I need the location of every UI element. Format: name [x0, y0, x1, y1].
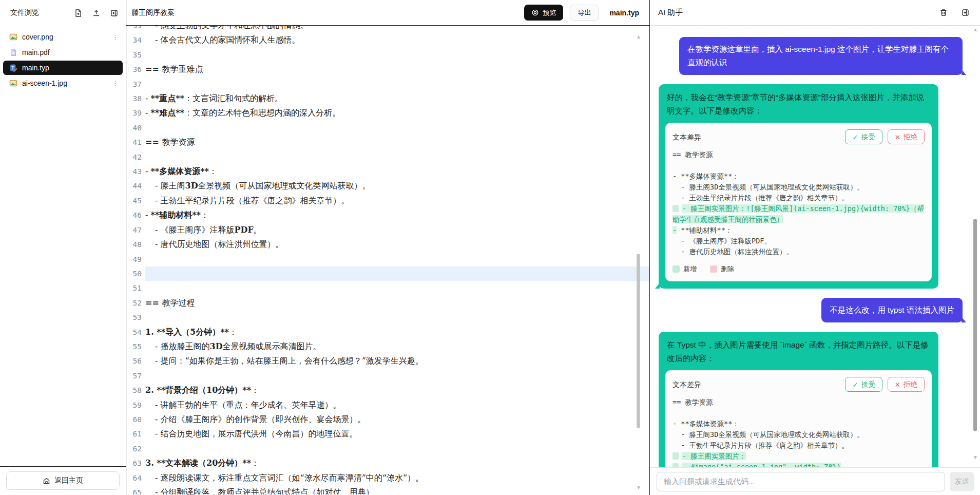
collapse-panel-icon[interactable] — [961, 8, 970, 17]
line-number: 36 — [126, 62, 142, 77]
editor-line-62[interactable]: 62 — [126, 442, 649, 456]
editor-line-38[interactable]: 38- **重点**：文言词汇和句式的解析。 — [126, 91, 649, 106]
line-number: 64 — [126, 471, 142, 485]
editor-scroll-down-icon[interactable]: ▼ — [636, 485, 641, 490]
file-row-ai-sceen-1.jpg[interactable]: ai-sceen-1.jpg⋮ — [3, 76, 123, 90]
active-file-tab[interactable]: main.typ — [605, 9, 643, 17]
added-swatch — [672, 265, 680, 273]
assistant-intro-text: 好的，我会在“教学资源”章节的“多媒体资源”部分插入这张图片，并添加说明文字。以… — [659, 91, 938, 123]
diff-body: == 教学资源 - **多媒体资源**： - 滕王阁3D全景视频（可从国家地理或… — [672, 149, 925, 274]
sidebar-footer: 返回主页 — [0, 466, 126, 495]
code-editor[interactable]: 33- 感受王勃的文字才华和壮志不酬的情感。34- 体会古代文人的家国情怀和人生… — [126, 26, 649, 494]
line-content: - **多媒体资源**： — [145, 164, 649, 179]
editor-line-49[interactable]: 49 — [126, 252, 649, 266]
collapse-sidebar-icon[interactable] — [110, 9, 119, 17]
file-menu-icon[interactable]: ⋮ — [112, 34, 119, 41]
editor-scroll-up-icon[interactable]: ▲ — [636, 34, 641, 40]
editor-line-61[interactable]: 61- 结合历史地图，展示唐代洪州（今南昌）的地理位置。 — [126, 427, 649, 441]
editor-line-63[interactable]: 633. **文本解读（20分钟）**： — [126, 456, 649, 470]
line-number: 41 — [126, 135, 142, 149]
line-number: 46 — [126, 208, 142, 222]
editor-line-42[interactable]: 42 — [126, 150, 649, 164]
chat-scrollbar[interactable] — [973, 219, 977, 431]
editor-line-57[interactable]: 57 — [126, 369, 649, 383]
reject-button[interactable]: ✕拒绝 — [888, 129, 925, 144]
line-content: 2. **背景介绍（10分钟）**： — [145, 383, 649, 397]
editor-line-52[interactable]: 52== 教学过程 — [126, 296, 649, 310]
line-content — [145, 266, 649, 281]
file-row-main.pdf[interactable]: main.pdf — [3, 45, 123, 60]
line-number: 47 — [126, 223, 142, 237]
editor-line-56[interactable]: 56- 提问：“如果你是王勃，站在滕王阁上，会有什么感想？”激发学生兴趣。 — [126, 354, 649, 368]
editor-line-51[interactable]: 51 — [126, 281, 649, 295]
diff-add-gutter — [672, 463, 679, 467]
chat-input[interactable] — [657, 472, 945, 491]
accept-button[interactable]: ✓接受 — [845, 129, 882, 144]
line-content: - **重点**：文言词汇和句式的解析。 — [145, 91, 649, 106]
send-button[interactable]: 发送 — [950, 472, 974, 491]
editor-line-60[interactable]: 60- 介绍《滕王阁序》的创作背景（即兴创作、宴会场景）。 — [126, 412, 649, 427]
diff-line: == 教学资源 — [672, 149, 925, 160]
chat-history[interactable]: 在教学资源这章里面，插入 ai-sceen-1.jpg 这个图片，让学生对滕王阁… — [650, 26, 980, 467]
editor-line-43[interactable]: 43- **多媒体资源**： — [126, 164, 649, 179]
line-number: 35 — [126, 48, 142, 62]
line-content — [145, 252, 649, 266]
file-row-main.typ[interactable]: main.typ — [3, 61, 123, 75]
editor-line-59[interactable]: 59- 讲解王勃的生平（重点：年少成名、英年早逝）。 — [126, 398, 649, 412]
editor-line-45[interactable]: 45- 王勃生平纪录片片段（推荐《唐之韵》相关章节）。 — [126, 194, 649, 208]
editor-line-54[interactable]: 541. **导入（5分钟）**： — [126, 325, 649, 339]
image-file-icon — [9, 79, 17, 87]
user-message: 不是这么改，用 typst 语法插入图片 — [659, 298, 963, 322]
line-number: 44 — [126, 179, 142, 193]
line-number: 55 — [126, 339, 142, 354]
editor-line-64[interactable]: 64- 逐段朗读课文，标注重点文言词汇（如“潦水尽而寒潭清”中的“潦水”）。 — [126, 471, 649, 485]
editor-line-53[interactable]: 53 — [126, 310, 649, 325]
file-menu-icon[interactable]: ⋮ — [112, 80, 119, 87]
chat-scroll-up-icon[interactable]: ▲ — [973, 27, 978, 32]
trash-icon[interactable] — [939, 8, 948, 17]
editor-line-35[interactable]: 35 — [126, 48, 649, 62]
reject-button[interactable]: ✕拒绝 — [888, 377, 925, 392]
line-number: 48 — [126, 237, 142, 252]
editor-line-40[interactable]: 40 — [126, 121, 649, 135]
upload-icon[interactable] — [92, 9, 101, 17]
diff-line: - **多媒体资源**： — [672, 171, 925, 182]
line-content — [145, 121, 649, 135]
editor-line-44[interactable]: 44- 滕王阁3D全景视频（可从国家地理或文化类网站获取）。 — [126, 179, 649, 193]
accept-button[interactable]: ✓接受 — [845, 377, 882, 392]
editor-line-46[interactable]: 46- **辅助材料**： — [126, 208, 649, 222]
editor-line-33[interactable]: 33- 感受王勃的文字才华和壮志不酬的情感。 — [126, 26, 649, 33]
editor-line-39[interactable]: 39- **难点**：文章的艺术特色和思想内涵的深入分析。 — [126, 106, 649, 120]
line-number: 43 — [126, 164, 142, 179]
line-number: 38 — [126, 91, 142, 106]
editor-line-50[interactable]: 50 — [126, 266, 649, 281]
check-icon: ✓ — [852, 133, 858, 141]
editor-line-65[interactable]: 65- 分组翻译段落，教师点评并总结句式特点（如对仗、用典） — [126, 485, 649, 494]
editor-scrollbar[interactable] — [637, 254, 640, 428]
line-number: 33 — [126, 26, 142, 33]
line-number: 45 — [126, 194, 142, 208]
line-content: 1. **导入（5分钟）**： — [145, 325, 649, 339]
editor-line-41[interactable]: 41== 教学资源 — [126, 135, 649, 149]
editor-line-55[interactable]: 55- 播放滕王阁的3D全景视频或展示高清图片。 — [126, 339, 649, 354]
file-row-cover.png[interactable]: cover.png⋮ — [3, 30, 123, 44]
ai-panel-header: AI 助手 — [650, 0, 980, 26]
line-content: - 《滕王阁序》注释版PDF。 — [145, 223, 649, 237]
diff-line: - 滕王阁实景图片： — [672, 451, 925, 462]
line-content: == 教学资源 — [145, 135, 649, 149]
editor-line-37[interactable]: 37 — [126, 77, 649, 91]
editor-line-34[interactable]: 34- 体会古代文人的家国情怀和人生感悟。 — [126, 33, 649, 47]
editor-line-47[interactable]: 47- 《滕王阁序》注释版PDF。 — [126, 223, 649, 237]
new-file-icon[interactable] — [74, 9, 83, 17]
preview-button[interactable]: 预览 — [524, 5, 563, 21]
editor-line-48[interactable]: 48- 唐代历史地图（标注洪州位置）。 — [126, 237, 649, 252]
line-number: 52 — [126, 296, 142, 310]
export-button[interactable]: 导出 — [570, 5, 599, 21]
editor-line-58[interactable]: 582. **背景介绍（10分钟）**： — [126, 383, 649, 397]
file-name: ai-sceen-1.jpg — [22, 79, 107, 87]
line-content — [145, 369, 649, 383]
chat-scroll-down-icon[interactable]: ▼ — [973, 454, 978, 460]
editor-line-36[interactable]: 36== 教学重难点 — [126, 62, 649, 77]
home-button[interactable]: 返回主页 — [6, 471, 120, 490]
line-content: == 教学重难点 — [145, 62, 649, 77]
